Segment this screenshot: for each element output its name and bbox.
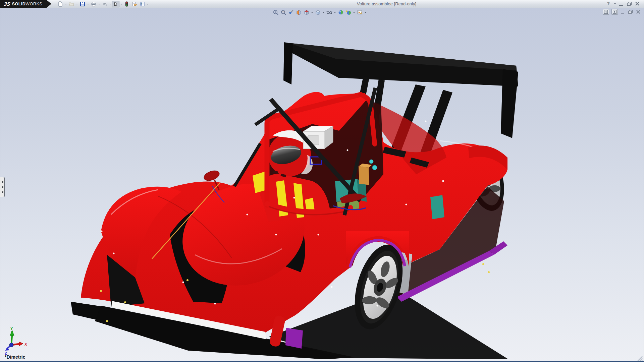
scene-sphere-icon — [338, 9, 344, 15]
logo-flyout-arrow[interactable] — [47, 0, 51, 8]
edit-appearance-dropdown[interactable] — [364, 9, 367, 16]
view-orientation-dropdown[interactable] — [311, 9, 314, 16]
new-document-dropdown[interactable] — [64, 1, 67, 7]
edit-color-button[interactable] — [131, 1, 138, 7]
save-dropdown[interactable] — [87, 1, 90, 7]
view-orientation-button[interactable] — [303, 9, 310, 16]
heads-up-view-toolbar — [272, 9, 367, 16]
print-icon — [91, 1, 96, 7]
help-button[interactable]: ? — [605, 1, 612, 7]
previous-view-icon — [288, 9, 294, 15]
logo-mark: ЗS — [3, 1, 11, 7]
hide-show-items-button[interactable] — [326, 9, 333, 16]
undo-dropdown[interactable] — [109, 1, 112, 7]
hide-show-dropdown[interactable] — [333, 9, 336, 16]
new-document-button[interactable] — [57, 1, 64, 7]
apply-scene-button[interactable] — [337, 9, 344, 16]
eyeglasses-icon — [326, 9, 332, 15]
brand-solid: SOLID — [12, 2, 26, 6]
resize-grip[interactable] — [636, 356, 643, 361]
model-render-race-car[interactable] — [0, 8, 644, 361]
zoom-to-fit-icon — [273, 9, 279, 15]
options-checklist-icon — [140, 1, 145, 7]
view-settings-icon — [345, 9, 352, 15]
title-bar: ЗS SOLIDWORKS — [0, 0, 644, 8]
print-dropdown[interactable] — [98, 1, 101, 7]
edit-appearance-icon — [357, 9, 363, 15]
view-orientation-icon — [304, 9, 310, 15]
restore-document-button[interactable] — [628, 9, 633, 14]
options-button[interactable] — [139, 1, 146, 7]
print-button[interactable] — [90, 1, 97, 7]
minimize-document-button[interactable] — [620, 9, 626, 14]
options-dropdown[interactable] — [146, 1, 149, 7]
close-document-button[interactable] — [636, 9, 641, 14]
display-style-dropdown[interactable] — [322, 9, 325, 16]
new-document-icon — [58, 1, 63, 7]
close-button[interactable] — [634, 1, 640, 6]
select-cursor-button[interactable] — [112, 1, 119, 7]
solidworks-logo: ЗS SOLIDWORKS — [0, 0, 47, 8]
zoom-to-fit-button[interactable] — [272, 9, 279, 16]
zoom-to-area-button[interactable] — [280, 9, 287, 16]
main-toolbar — [57, 0, 149, 8]
edit-color-icon — [132, 1, 137, 7]
rebuild-button[interactable] — [123, 1, 130, 7]
collapse-pane-icon — [604, 10, 608, 14]
display-style-button[interactable] — [314, 9, 321, 16]
help-dropdown[interactable] — [614, 1, 616, 6]
display-style-icon — [315, 9, 321, 15]
traffic-light-icon — [124, 1, 129, 7]
pane-expand-arrow-icon — [2, 181, 3, 183]
open-folder-icon — [69, 1, 74, 7]
solidworks-window: ЗS SOLIDWORKS — [0, 0, 644, 362]
open-document-dropdown[interactable] — [75, 1, 78, 7]
collapse-pane-button[interactable] — [603, 9, 609, 15]
document-window-controls — [603, 9, 641, 15]
pane-expand-arrow-icon — [2, 191, 3, 193]
view-settings-button[interactable] — [345, 9, 352, 16]
view-settings-dropdown[interactable] — [353, 9, 356, 16]
view-orientation-label: *Dimetric — [5, 354, 25, 360]
select-cursor-icon — [113, 1, 118, 7]
window-controls: ? — [605, 1, 640, 7]
feature-pane-collapsed-tab[interactable] — [0, 177, 5, 197]
camera-box — [303, 126, 333, 149]
brand-works: WORKS — [25, 2, 42, 6]
undo-icon — [102, 1, 107, 7]
window-title: Voiture assomblee [Read-only] — [357, 1, 416, 6]
restore-button[interactable] — [626, 1, 632, 6]
svg-text:Y: Y — [10, 327, 13, 330]
previous-view-button[interactable] — [287, 9, 294, 16]
svg-text:X: X — [24, 342, 27, 346]
save-floppy-icon — [80, 1, 85, 7]
orientation-triad: Y X Z — [0, 327, 37, 355]
select-dropdown[interactable] — [120, 1, 123, 7]
open-document-button[interactable] — [68, 1, 75, 7]
edit-appearance-button[interactable] — [356, 9, 363, 16]
minimize-button[interactable] — [618, 1, 624, 6]
zoom-to-area-icon — [280, 9, 286, 15]
section-view-button[interactable] — [295, 9, 302, 16]
pane-expand-arrow-icon — [2, 186, 3, 188]
save-button[interactable] — [79, 1, 86, 7]
undo-button[interactable] — [101, 1, 108, 7]
section-view-icon — [296, 9, 302, 15]
expand-pane-icon — [613, 10, 616, 14]
expand-pane-button[interactable] — [611, 9, 618, 15]
